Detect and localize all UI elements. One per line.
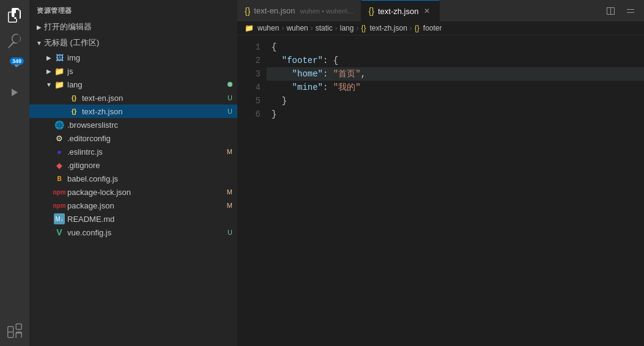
readme-label: README.md bbox=[67, 215, 237, 224]
breadcrumb-static[interactable]: static bbox=[316, 24, 333, 32]
code-area: 1 2 3 4 5 6 { "footer": { "home": "首页", … bbox=[237, 35, 644, 346]
code-line-4: "mine": "我的" bbox=[267, 81, 644, 94]
source-control-badge: 349 bbox=[10, 57, 24, 65]
img-label: img bbox=[67, 53, 237, 62]
tree-item-editorconfig[interactable]: ▶ ⚙ .editorconfig bbox=[29, 131, 237, 145]
tree-item-package-lock[interactable]: ▶ npm package-lock.json M bbox=[29, 185, 237, 199]
sidebar-title: 资源管理器 bbox=[29, 0, 237, 19]
js-arrow: ▶ bbox=[44, 66, 54, 76]
text-zh-label: text-zh.json bbox=[82, 107, 228, 116]
breadcrumb-folder-icon: 📁 bbox=[245, 24, 254, 32]
tab-text-en[interactable]: {} text-en.json wuhen • wuhen\... bbox=[237, 0, 361, 21]
code-line-3: "home": "首页", bbox=[267, 67, 644, 81]
lang-folder-icon: 📁 bbox=[54, 79, 65, 90]
tree-item-vue[interactable]: ▶ V vue.config.js U bbox=[29, 226, 237, 239]
package-lock-badge: M bbox=[227, 188, 232, 196]
breadcrumb-key-icon: {} bbox=[415, 24, 420, 32]
git-icon: ◆ bbox=[54, 160, 65, 171]
breadcrumb-lang[interactable]: lang bbox=[340, 24, 354, 32]
code-line-1: { bbox=[267, 40, 644, 54]
workspace-arrow: ▼ bbox=[34, 38, 44, 48]
tree-item-text-en[interactable]: ▶ {} text-en.json U bbox=[29, 91, 237, 105]
eslint-badge: M bbox=[227, 148, 232, 155]
babel-icon: B bbox=[54, 173, 65, 184]
code-content[interactable]: { "footer": { "home": "首页", "mine": "我的"… bbox=[267, 35, 644, 346]
run-icon[interactable] bbox=[4, 82, 25, 103]
editorconfig-icon: ⚙ bbox=[54, 133, 65, 144]
lang-dot bbox=[228, 82, 232, 87]
text-en-icon: {} bbox=[68, 92, 80, 103]
sidebar: 资源管理器 ▶ 打开的编辑器 ▼ 无标题 (工作区) ▶ 🖼 img ▶ 📁 j… bbox=[29, 0, 237, 346]
tab-actions bbox=[598, 0, 644, 21]
editorconfig-label: .editorconfig bbox=[67, 134, 237, 143]
tree-item-text-zh[interactable]: ▶ {} text-zh.json U bbox=[29, 105, 237, 118]
tab-zh-icon: {} bbox=[369, 6, 374, 16]
text-en-badge: U bbox=[228, 94, 232, 101]
tab-en-icon: {} bbox=[245, 6, 250, 16]
vue-icon: V bbox=[54, 227, 65, 238]
tab-en-path: wuhen • wuhen\... bbox=[300, 7, 353, 15]
gitignore-label: .gitignore bbox=[67, 161, 237, 170]
tab-text-zh[interactable]: {} text-zh.json ✕ bbox=[361, 0, 440, 21]
md-icon: M↓ bbox=[54, 213, 65, 224]
breadcrumb-file-icon: {} bbox=[361, 24, 366, 32]
breadcrumb: 📁 wuhen › wuhen › static › lang › {} tex… bbox=[237, 21, 644, 35]
tree-item-img[interactable]: ▶ 🖼 img bbox=[29, 51, 237, 64]
breadcrumb-wuhen2[interactable]: wuhen bbox=[286, 24, 308, 32]
tab-en-label: text-en.json bbox=[254, 6, 295, 15]
npm-icon: npm bbox=[54, 186, 65, 197]
line-numbers: 1 2 3 4 5 6 bbox=[237, 35, 267, 346]
eslint-label: .eslintrc.js bbox=[67, 147, 227, 156]
editor-area: {} text-en.json wuhen • wuhen\... {} tex… bbox=[237, 0, 644, 346]
tree-item-readme[interactable]: ▶ M↓ README.md bbox=[29, 212, 237, 226]
open-editors-label: 打开的编辑器 bbox=[44, 21, 92, 32]
browserslist-icon: 🌐 bbox=[54, 119, 65, 130]
tree-item-lang[interactable]: ▼ 📁 lang bbox=[29, 78, 237, 91]
lang-label: lang bbox=[67, 80, 228, 89]
workspace-section[interactable]: ▼ 无标题 (工作区) bbox=[29, 35, 237, 51]
tree-item-package[interactable]: ▶ npm package.json M bbox=[29, 199, 237, 212]
lang-arrow: ▼ bbox=[44, 79, 54, 89]
more-actions-button[interactable] bbox=[622, 2, 639, 20]
tree-item-browserslist[interactable]: ▶ 🌐 .browserslistrc bbox=[29, 118, 237, 131]
tree-item-gitignore[interactable]: ▶ ◆ .gitignore bbox=[29, 158, 237, 172]
eslint-icon: ● bbox=[54, 146, 65, 157]
text-zh-badge: U bbox=[228, 108, 232, 115]
package-label: package.json bbox=[67, 201, 227, 210]
img-folder-icon: 🖼 bbox=[54, 52, 65, 63]
tab-zh-label: text-zh.json bbox=[378, 7, 418, 16]
tab-bar: {} text-en.json wuhen • wuhen\... {} tex… bbox=[237, 0, 644, 21]
breadcrumb-wuhen1[interactable]: wuhen bbox=[257, 24, 279, 32]
text-en-label: text-en.json bbox=[82, 94, 228, 103]
vue-badge: U bbox=[228, 229, 232, 236]
files-icon[interactable] bbox=[4, 5, 25, 26]
breadcrumb-footer[interactable]: footer bbox=[423, 24, 442, 32]
babel-label: babel.config.js bbox=[67, 174, 237, 183]
extensions-icon[interactable] bbox=[4, 320, 25, 341]
code-line-5: } bbox=[267, 94, 644, 108]
img-arrow: ▶ bbox=[44, 53, 54, 62]
open-editors-section[interactable]: ▶ 打开的编辑器 bbox=[29, 19, 237, 35]
breadcrumb-file[interactable]: text-zh.json bbox=[369, 24, 407, 32]
tree-item-js[interactable]: ▶ 📁 js bbox=[29, 64, 237, 78]
section-arrow: ▶ bbox=[34, 22, 44, 32]
tree-item-babel[interactable]: ▶ B babel.config.js bbox=[29, 172, 237, 185]
js-label: js bbox=[67, 67, 237, 76]
code-line-6: } bbox=[267, 108, 644, 121]
workspace-label: 无标题 (工作区) bbox=[44, 37, 99, 48]
split-editor-button[interactable] bbox=[602, 2, 620, 20]
package-badge: M bbox=[227, 202, 232, 209]
npm2-icon: npm bbox=[54, 200, 65, 211]
vue-label: vue.config.js bbox=[67, 228, 228, 237]
package-lock-label: package-lock.json bbox=[67, 188, 227, 197]
search-icon[interactable] bbox=[4, 31, 25, 51]
browserslist-label: .browserslistrc bbox=[67, 120, 237, 130]
js-folder-icon: 📁 bbox=[54, 65, 65, 76]
activity-bar: 349 bbox=[0, 0, 29, 346]
tab-close-button[interactable]: ✕ bbox=[422, 6, 432, 16]
source-control-icon[interactable]: 349 bbox=[4, 56, 25, 77]
tree-item-eslint[interactable]: ▶ ● .eslintrc.js M bbox=[29, 145, 237, 158]
text-zh-icon: {} bbox=[68, 106, 80, 117]
code-line-2: "footer": { bbox=[267, 54, 644, 67]
